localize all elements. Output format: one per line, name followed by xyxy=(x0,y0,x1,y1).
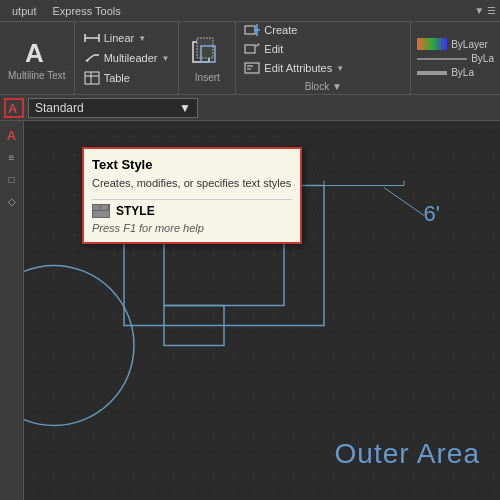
create-icon xyxy=(244,22,260,38)
table-button[interactable]: Table xyxy=(81,69,173,87)
annotations-group: Linear ▼ Multileader ▼ xyxy=(75,22,180,94)
toolbar-pin[interactable]: ▼ ☰ xyxy=(474,5,496,16)
toolbar: utput Express Tools ▼ ☰ A Multiline Text xyxy=(0,0,500,95)
text-group: A Multiline Text xyxy=(0,22,75,94)
multiline-text-button[interactable]: A xyxy=(21,36,53,68)
svg-text:A: A xyxy=(25,38,44,66)
svg-rect-36 xyxy=(93,211,109,217)
tab-output[interactable]: utput xyxy=(4,3,44,19)
multileader-button[interactable]: Multileader ▼ xyxy=(81,49,173,67)
svg-text:A: A xyxy=(8,101,18,115)
create-label: Create xyxy=(264,24,297,36)
block-section-label[interactable]: Block ▼ xyxy=(244,79,402,94)
svg-rect-34 xyxy=(93,205,100,210)
tooltip-help-text: Press F1 for more help xyxy=(92,222,292,234)
outer-area-label: Outer Area xyxy=(335,438,480,470)
block-group: Create Edit xyxy=(236,22,411,94)
bylayer-group: ByLayer ByLa ByLa xyxy=(411,22,500,94)
insert-icon xyxy=(189,34,225,70)
table-icon xyxy=(84,70,100,86)
side-btn-text[interactable]: A xyxy=(2,125,22,145)
create-button[interactable]: Create xyxy=(244,22,402,38)
svg-marker-18 xyxy=(255,43,260,47)
edit-icon xyxy=(244,41,260,57)
lineweight-preview xyxy=(417,71,447,75)
style-dropdown[interactable]: Standard ▼ xyxy=(28,98,198,118)
linetype-preview xyxy=(417,58,467,60)
side-btn-rect[interactable]: □ xyxy=(2,169,22,189)
content-area: A ≡ □ ◇ xyxy=(0,121,500,500)
insert-label: Insert xyxy=(195,72,220,83)
svg-rect-11 xyxy=(197,38,213,58)
bylayer-lineweight-row[interactable]: ByLa xyxy=(417,67,494,78)
side-btn-lines[interactable]: ≡ xyxy=(2,147,22,167)
tooltip-command-row: STYLE xyxy=(92,204,292,218)
bylayer-label2: ByLa xyxy=(471,53,494,64)
app-window: utput Express Tools ▼ ☰ A Multiline Text xyxy=(0,0,500,500)
dimension-label: 6' xyxy=(424,201,440,227)
linear-label: Linear xyxy=(104,32,135,44)
style-value: Standard xyxy=(35,101,84,115)
tooltip-divider xyxy=(92,199,292,200)
tooltip-description: Creates, modifies, or specifies text sty… xyxy=(92,176,292,191)
svg-rect-7 xyxy=(85,72,99,84)
linear-button[interactable]: Linear ▼ xyxy=(81,29,173,47)
bylayer-label3: ByLa xyxy=(451,67,474,78)
insert-group[interactable]: Insert xyxy=(179,22,236,94)
multileader-icon xyxy=(84,50,100,66)
toolbar-tabs: utput Express Tools ▼ ☰ xyxy=(0,0,500,22)
linear-dropdown[interactable]: ▼ xyxy=(138,34,146,43)
edit-attributes-dropdown[interactable]: ▼ xyxy=(336,64,344,73)
bylayer-linetype-row[interactable]: ByLa xyxy=(417,53,494,64)
edit-attributes-button[interactable]: Edit Attributes ▼ xyxy=(244,60,402,76)
svg-rect-13 xyxy=(245,26,255,34)
bylayer-color-row[interactable]: ByLayer xyxy=(417,38,494,50)
svg-rect-16 xyxy=(245,45,255,53)
table-label: Table xyxy=(104,72,130,84)
linear-icon xyxy=(84,30,100,46)
style-icon-box: A xyxy=(4,98,24,118)
side-panel: A ≡ □ ◇ xyxy=(0,121,24,500)
edit-attributes-icon xyxy=(244,60,260,76)
dropdown-arrow-icon: ▼ xyxy=(179,101,191,115)
tab-express-tools[interactable]: Express Tools xyxy=(44,3,128,19)
edit-attributes-label: Edit Attributes xyxy=(264,62,332,74)
edit-label: Edit xyxy=(264,43,283,55)
tooltip-popup: Text Style Creates, modifies, or specifi… xyxy=(82,147,302,244)
bylayer-label1: ByLayer xyxy=(451,39,488,50)
svg-rect-19 xyxy=(245,63,259,73)
command-bar: A Standard ▼ xyxy=(0,95,500,121)
svg-line-4 xyxy=(86,55,94,61)
tooltip-title: Text Style xyxy=(92,157,292,172)
edit-button[interactable]: Edit xyxy=(244,41,402,57)
svg-rect-35 xyxy=(101,205,108,210)
multileader-dropdown[interactable]: ▼ xyxy=(161,54,169,63)
color-swatch xyxy=(417,38,447,50)
multileader-label: Multileader xyxy=(104,52,158,64)
tooltip-cmd-icon xyxy=(92,204,110,218)
tooltip-command: STYLE xyxy=(116,204,155,218)
side-btn-diamond[interactable]: ◇ xyxy=(2,191,22,211)
drawing-area: 6' Outer Area Text Style Creates, modifi… xyxy=(24,121,500,500)
ribbon: A Multiline Text Linear ▼ xyxy=(0,22,500,94)
text-group-label: Multiline Text xyxy=(8,70,66,81)
